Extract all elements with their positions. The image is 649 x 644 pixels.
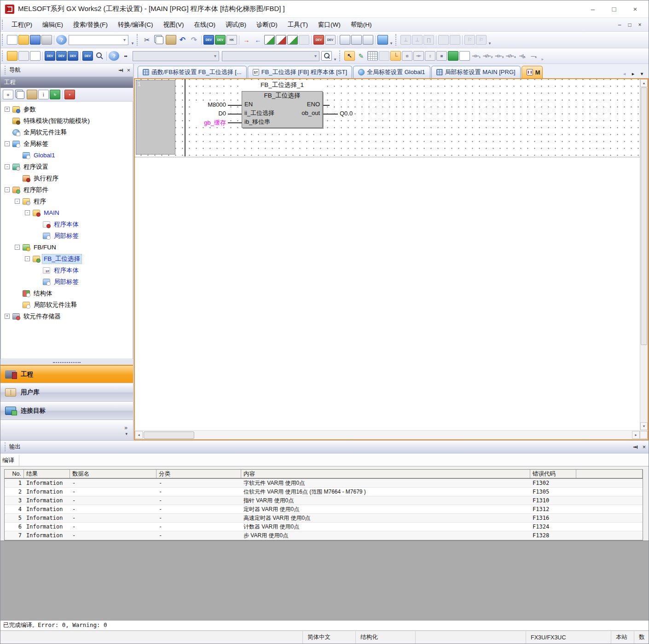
nav-item-program[interactable]: - 程序	[1, 196, 133, 207]
element-box-button[interactable]: ▯	[425, 51, 435, 61]
pin-out1[interactable]: ob_out	[301, 109, 320, 116]
menu-view[interactable]: 视图(V)	[158, 19, 189, 30]
open-project-button[interactable]	[18, 35, 29, 45]
nav-item-fb-body[interactable]: 程序本体	[1, 264, 133, 276]
menu-help[interactable]: 帮助(H)	[346, 19, 377, 30]
fb-block[interactable]: FB_工位选择 EN ENO ii_工位选择 ob_out ib_移位串	[242, 91, 323, 128]
tree-expander[interactable]: -	[25, 256, 30, 261]
nav-item-structure[interactable]: 结构体	[1, 288, 133, 299]
menu-convert-compile[interactable]: 转换/编译(C)	[113, 19, 158, 30]
closed-contact-button[interactable]: ⊣/⊢₂	[482, 51, 493, 61]
table-row[interactable]: 7 Information - - 步 VAR用 使用0点 F1328	[5, 531, 643, 540]
nav-item-global-label[interactable]: - 全局标签	[1, 138, 133, 150]
open-branch-button[interactable]: ⊣⊢₃	[494, 51, 504, 61]
grid-edit-button[interactable]	[367, 51, 378, 61]
device-display-button[interactable]: DEV	[313, 35, 324, 45]
table-row[interactable]: 3 Information - - 指针 VAR用 使用0点 F1310	[5, 496, 643, 505]
device-monitor-button[interactable]: DEV	[215, 35, 226, 45]
nav-property-button[interactable]: i	[38, 90, 49, 99]
input-label-button[interactable]: ⊟	[402, 51, 412, 61]
mdi-minimize-button[interactable]: –	[614, 22, 625, 28]
device-combo-1[interactable]: ▾	[133, 51, 219, 61]
cut-button[interactable]: ✂	[142, 35, 152, 45]
monitor-start-button[interactable]	[448, 51, 458, 61]
nav-sort-filter-button[interactable]: ▾	[64, 90, 75, 99]
scroll-down-button[interactable]: ▾	[640, 422, 648, 430]
print-button[interactable]	[41, 35, 52, 45]
find-instruction-button[interactable]	[276, 35, 286, 45]
table-row[interactable]: 2 Information - - 位软元件 VAR用 使用16点 (范围 M7…	[5, 488, 643, 496]
nav-item-global-device-comment[interactable]: 全局软元件注释	[1, 126, 133, 138]
horizontal-line-button[interactable]: —₆	[528, 51, 539, 61]
pin-icon[interactable]: Ŧ	[632, 445, 638, 448]
menu-tools[interactable]: 工具(T)	[283, 19, 313, 30]
find-button[interactable]: ●●	[120, 51, 131, 61]
rung-number-cell[interactable]: 1	[136, 80, 175, 155]
page-preview-button[interactable]	[321, 51, 332, 61]
coil-fall-button[interactable]: ⊥	[412, 35, 423, 45]
nav-refresh-button[interactable]: ↻	[50, 90, 60, 99]
tab-main-prg-body[interactable]: M	[522, 66, 543, 78]
scroll-up-button[interactable]: ▴	[640, 79, 648, 87]
nav-button-project[interactable]: 工程	[0, 365, 133, 383]
operand-m8000[interactable]: M8000	[194, 101, 227, 108]
pin-icon[interactable]: Ŧ	[117, 69, 124, 72]
toolbar-overflow-button[interactable]: ▾	[130, 34, 135, 46]
module-config-button[interactable]	[18, 51, 29, 61]
comment-pen-button[interactable]: ✎	[356, 51, 366, 61]
nav-item-pou[interactable]: - 程序部件	[1, 184, 133, 196]
jump-button[interactable]	[438, 35, 449, 45]
save-project-button[interactable]	[30, 35, 41, 45]
close-icon[interactable]: ×	[643, 444, 646, 450]
nav-copy-button[interactable]	[17, 91, 24, 99]
horizontal-scrollbar[interactable]: ◂ ▸	[134, 430, 649, 440]
grid-view-button[interactable]	[379, 51, 389, 61]
nav-item-main-body[interactable]: 程序本体	[1, 218, 133, 230]
menu-window[interactable]: 窗口(W)	[313, 19, 346, 30]
coil-button[interactable]: ⊣|₅	[517, 51, 527, 61]
fbd-canvas[interactable]: 1 FB_工位选择_1 FB_工位选择 EN ENO ii_工位选择 ob_ou…	[134, 78, 649, 430]
table-row[interactable]: 6 Information - - 计数器 VAR用 使用0点 F1324	[5, 523, 643, 531]
interconnect-mode-button[interactable]: └	[390, 51, 401, 61]
scrollbar-thumb[interactable]	[144, 431, 194, 439]
minimize-button[interactable]: –	[582, 2, 603, 16]
tab-scroll-left-button[interactable]: ◂	[620, 69, 628, 78]
panel-splitter[interactable]	[0, 359, 133, 365]
nav-item-fb-fun[interactable]: - FB/FUN	[1, 242, 133, 253]
find-contact-button[interactable]	[287, 35, 298, 45]
stop-mode-button[interactable]: ⚐	[476, 35, 487, 45]
write-to-plc-button[interactable]: →	[241, 35, 252, 45]
tab-list-button[interactable]: ▾	[638, 69, 646, 78]
pin-in1[interactable]: ii_工位选择	[244, 109, 274, 117]
nav-item-local-device-comment[interactable]: 局部软元件注释	[1, 299, 133, 310]
tab-global-label-setting[interactable]: 全局标签设置 Global1	[353, 66, 430, 78]
menu-debug[interactable]: 调试(B)	[220, 19, 251, 30]
closed-branch-button[interactable]: ⊣/⊢₄	[505, 51, 516, 61]
nav-button-user-library[interactable]: 用户库	[0, 383, 133, 402]
delete-element-button[interactable]: ⊠	[436, 51, 447, 61]
nav-item-exec-program[interactable]: 执行程序	[1, 172, 133, 184]
tree-expander[interactable]: -	[5, 141, 10, 146]
find-device-button[interactable]	[264, 35, 275, 45]
device-display-format-button[interactable]: DEV	[82, 51, 93, 61]
pin-en[interactable]: EN	[244, 101, 253, 108]
mdi-restore-button[interactable]: □	[625, 22, 635, 28]
device-list-button[interactable]: DEV	[56, 51, 67, 61]
block-disabled-button[interactable]	[299, 35, 309, 45]
menu-edit[interactable]: 编辑(E)	[37, 19, 68, 30]
remote-monitor-button[interactable]	[377, 35, 388, 45]
menu-project[interactable]: 工程(P)	[6, 19, 37, 30]
nav-paste-button[interactable]	[27, 90, 37, 99]
device-test-button[interactable]: HK	[226, 35, 237, 45]
nav-item-special-module[interactable]: 特殊模块(智能功能模块)	[1, 115, 133, 126]
device-batch-button[interactable]: DEV	[68, 51, 78, 61]
comment-window-button[interactable]	[340, 35, 350, 45]
mdi-close-button[interactable]: ×	[635, 22, 645, 28]
zoom-dropdown-button[interactable]	[94, 51, 104, 61]
toolbar-overflow-button[interactable]: ▾	[388, 34, 394, 46]
menu-diagnostics[interactable]: 诊断(D)	[251, 19, 283, 30]
branch-button[interactable]: ⊣⊢	[413, 51, 424, 61]
docked-window-button[interactable]	[30, 51, 41, 61]
undo-button[interactable]: ↶	[177, 35, 188, 45]
nav-item-main-local-label[interactable]: 局部标签	[1, 230, 133, 242]
